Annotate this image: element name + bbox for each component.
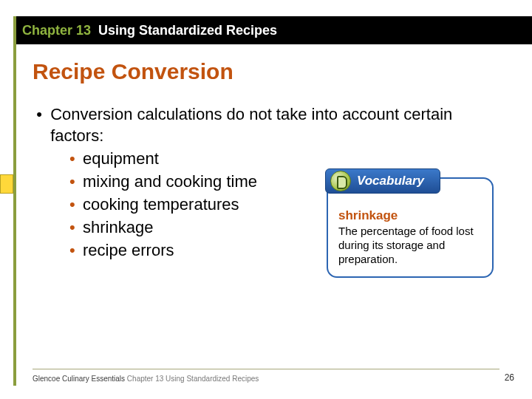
chapter-title: Using Standardized Recipes bbox=[98, 23, 277, 38]
section-side-tab bbox=[0, 174, 13, 194]
list-item-label: shrinkage bbox=[83, 218, 153, 236]
bullet-dot-icon: • bbox=[69, 171, 83, 192]
bullet-dot-icon: • bbox=[69, 239, 83, 261]
list-item-label: cooking temperatures bbox=[83, 195, 239, 214]
footer-text: Glencoe Culinary Essentials Chapter 13 U… bbox=[33, 375, 259, 383]
list-item-label: mixing and cooking time bbox=[83, 172, 257, 191]
vocabulary-tab: Vocabulary bbox=[325, 168, 440, 194]
slide-left-margin bbox=[0, 0, 13, 399]
slide-title: Recipe Conversion bbox=[33, 59, 233, 84]
bullet-dot-icon: • bbox=[69, 194, 83, 215]
vocabulary-callout: Vocabulary shrinkage The percentage of f… bbox=[327, 177, 494, 278]
footer-publisher: Glencoe Culinary Essentials bbox=[33, 375, 125, 383]
bullet-dot-icon: • bbox=[33, 103, 46, 125]
list-item: •equipment bbox=[69, 148, 505, 169]
vocabulary-tab-label: Vocabulary bbox=[357, 174, 424, 188]
bullet-dot-icon: • bbox=[69, 148, 83, 169]
footer-context: Chapter 13 Using Standardized Recipes bbox=[127, 375, 259, 383]
list-item-label: equipment bbox=[83, 149, 159, 168]
chapter-header-bar: Chapter 13 Using Standardized Recipes bbox=[16, 16, 532, 44]
book-icon bbox=[330, 171, 351, 191]
vocabulary-term: shrinkage bbox=[338, 208, 483, 223]
lead-text: Conversion calculations do not take into… bbox=[50, 103, 494, 146]
page-number: 26 bbox=[505, 372, 514, 383]
chapter-label: Chapter 13 bbox=[22, 23, 91, 38]
footer-divider bbox=[33, 369, 499, 369]
list-item-label: recipe errors bbox=[83, 241, 174, 259]
bullet-dot-icon: • bbox=[69, 216, 83, 238]
left-vertical-rule bbox=[13, 16, 16, 386]
vocabulary-definition: The percentage of food lost during its s… bbox=[338, 225, 483, 266]
